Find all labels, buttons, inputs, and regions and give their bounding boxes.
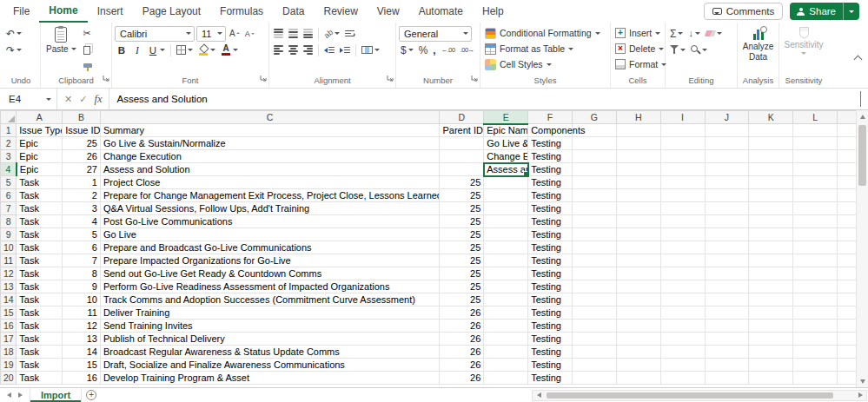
decrease-font-size-button[interactable]: A [243,26,256,41]
ribbon-tab-automate[interactable]: Automate [409,0,473,23]
cell-K14[interactable] [749,293,793,306]
cell-B20[interactable]: 16 [63,372,101,385]
align-left-button[interactable] [272,43,285,57]
cell-F11[interactable]: Testing [528,254,573,267]
cut-button[interactable]: ✂ [82,26,95,41]
increase-font-size-button[interactable]: A [228,26,242,41]
cell-G15[interactable] [572,306,616,320]
cell-I9[interactable] [660,228,705,241]
cell-F19[interactable]: Testing [528,359,573,372]
cell-H8[interactable] [616,215,660,228]
cell-K6[interactable] [749,189,793,202]
fill-color-button[interactable] [196,43,217,57]
cell-E13[interactable] [484,280,528,293]
cell-I15[interactable] [660,306,705,320]
cell-L1[interactable] [793,124,838,137]
cell-D10[interactable]: 25 [440,241,484,254]
cell-I17[interactable] [660,333,705,346]
column-header-l[interactable]: L [793,111,838,124]
sensitivity-button[interactable]: Sensitivity [782,25,826,75]
cell-G16[interactable] [572,320,616,333]
cell-H2[interactable] [616,137,660,150]
cell-H14[interactable] [616,293,660,306]
cell-I20[interactable] [660,372,705,385]
cell-C5[interactable]: Project Close [100,176,440,189]
cell-B11[interactable]: 7 [63,254,101,267]
cell-D19[interactable]: 26 [440,359,484,372]
cell-A19[interactable]: Task [17,359,63,372]
top-align-button[interactable] [272,26,285,41]
cell-G2[interactable] [572,137,616,150]
find-select-button[interactable] [689,43,709,57]
cell-K16[interactable] [749,320,793,333]
cell-L2[interactable] [793,137,838,150]
cancel-button[interactable]: ✕ [64,94,72,105]
cell-J11[interactable] [705,254,749,267]
cell-G8[interactable] [572,215,616,228]
cell-F8[interactable]: Testing [528,215,573,228]
cell-A16[interactable]: Task [17,320,63,333]
cell-A3[interactable]: Epic [17,150,63,163]
cell-I8[interactable] [660,215,705,228]
clear-button[interactable] [704,26,724,41]
cell-K11[interactable] [749,254,793,267]
cell-C6[interactable]: Prepare for Change Management Exit Proce… [100,189,440,202]
cell-C20[interactable]: Develop Training Program & Asset [100,372,440,385]
cell-F14[interactable]: Testing [528,293,573,306]
cell-A7[interactable]: Task [17,202,63,215]
cell-J14[interactable] [705,293,749,306]
cell-H5[interactable] [616,176,660,189]
bold-button[interactable]: B [115,43,129,57]
cell-K1[interactable] [749,124,793,137]
cell-G6[interactable] [572,189,616,202]
cell-F16[interactable]: Testing [528,320,573,333]
row-header-16[interactable]: 16 [1,320,17,333]
name-box[interactable]: E4 [0,89,57,109]
cell-E8[interactable] [484,215,528,228]
cell-L7[interactable] [793,202,838,215]
row-header-13[interactable]: 13 [1,280,17,293]
horizontal-scrollbar-thumb[interactable] [547,392,833,399]
cell-A18[interactable]: Task [17,346,63,359]
row-header-4[interactable]: 4 [1,163,17,176]
vertical-scrollbar-thumb[interactable] [858,125,866,186]
cell-E14[interactable] [484,293,528,306]
cell-D15[interactable]: 26 [440,306,484,320]
cell-B18[interactable]: 14 [63,346,101,359]
conditional-formatting-button[interactable]: Conditional Formatting [483,25,607,41]
cell-E2[interactable]: Go Live & Sustain/Normalize [484,137,528,150]
horizontal-scrollbar[interactable] [532,390,867,401]
cell-A1[interactable]: Issue Type [17,124,63,137]
column-header-c[interactable]: C [100,111,440,124]
align-right-button[interactable] [301,43,315,57]
cell-G7[interactable] [572,202,616,215]
cell-I11[interactable] [660,254,705,267]
cell-F1[interactable]: Components [528,124,573,137]
horizontal-scrollbar-track[interactable] [545,391,854,400]
cell-H9[interactable] [616,228,660,241]
row-header-18[interactable]: 18 [1,346,17,359]
cell-J16[interactable] [705,320,749,333]
previous-sheet-button[interactable] [7,392,11,398]
cell-C17[interactable]: Publish of Technical Delivery [100,333,440,346]
merge-center-button[interactable] [360,43,381,57]
cell-G4[interactable] [572,163,616,176]
number-format-combobox[interactable]: General [399,26,472,42]
column-header-b[interactable]: B [63,111,101,124]
cell-J15[interactable] [705,306,749,320]
column-header-f[interactable]: F [528,111,573,124]
cell-C3[interactable]: Change Execution [100,150,440,163]
cell-J4[interactable] [705,163,749,176]
cell-G3[interactable] [572,150,616,163]
row-header-9[interactable]: 9 [1,228,17,241]
font-size-combobox[interactable]: 11 [196,26,226,42]
cell-E12[interactable] [484,267,528,280]
column-header-j[interactable]: J [705,111,749,124]
cell-F15[interactable]: Testing [528,306,573,320]
cell-E16[interactable] [484,320,528,333]
cell-L20[interactable] [793,372,838,385]
cell-I12[interactable] [660,267,705,280]
alignment-dialog-launcher[interactable] [387,69,394,85]
enter-button[interactable]: ✓ [79,94,87,105]
cell-I4[interactable] [660,163,705,176]
